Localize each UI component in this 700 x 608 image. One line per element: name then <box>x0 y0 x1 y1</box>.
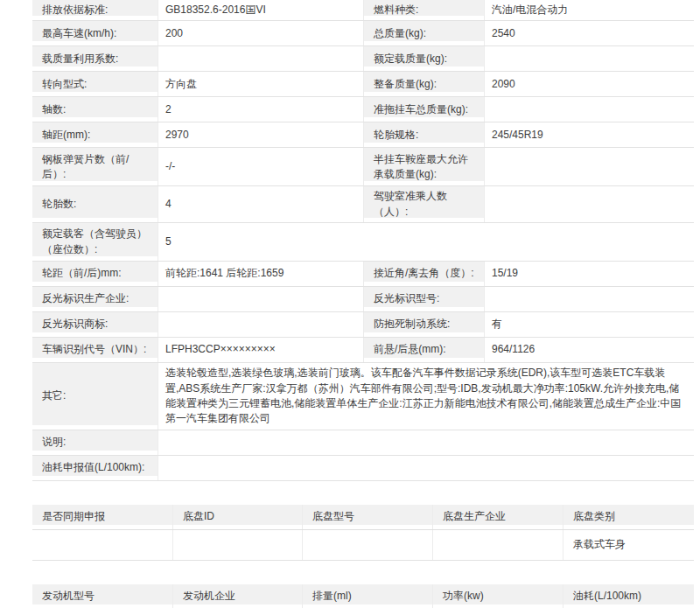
spec-label: 轴数: <box>32 97 158 122</box>
column-header: 底盘生产企业 <box>432 505 563 529</box>
table-row: 排放依据标准: GB18352.6-2016国VI 燃料种类: 汽油/电混合动力 <box>32 0 694 21</box>
spec-label: 燃料种类: <box>363 0 484 20</box>
spec-value <box>484 148 694 185</box>
table-row-other: 其它: 选装轮毂造型,选装绿色玻璃,选装前门玻璃。该车配备汽车事件数据记录系统(… <box>32 363 694 430</box>
spec-label: 其它: <box>32 363 158 430</box>
spec-label: 车辆识别代号（VIN）: <box>32 338 158 362</box>
table-row: 最高车速(km/h): 200 总质量(kg): 2540 <box>32 21 694 46</box>
table-cell <box>432 530 563 560</box>
spec-label: 半挂车鞍座最大允许承载质量(kg): <box>363 148 484 185</box>
spec-value <box>484 186 694 222</box>
spec-value: 2540 <box>484 21 694 45</box>
spec-label: 额定载客（含驾驶员）（座位数）: <box>32 223 158 261</box>
spec-table: 排放依据标准: GB18352.6-2016国VI 燃料种类: 汽油/电混合动力… <box>32 0 694 481</box>
spec-label: 反光标识商标: <box>32 312 158 337</box>
table-row: 额定载客（含驾驶员）（座位数）: 5 <box>32 223 694 262</box>
column-header: 底盘类别 <box>563 505 694 529</box>
spec-value <box>158 287 363 311</box>
spec-label: 载质量利用系数: <box>32 46 158 71</box>
engine-table: 发动机型号 发动机企业 排量(ml) 功率(kw) 油耗(L/100km) CA… <box>32 584 694 608</box>
spec-label: 说明: <box>32 430 158 455</box>
table-row: 反光标识商标: 防抱死制动系统: 有 <box>32 312 694 338</box>
column-header: 功率(kw) <box>432 584 563 608</box>
spec-value: 2090 <box>484 72 694 96</box>
spec-value: 245/45R19 <box>484 122 694 147</box>
spec-value: 方向盘 <box>158 72 363 96</box>
spec-value: 964/1126 <box>484 338 694 362</box>
spec-label: 额定载质量(kg): <box>363 46 484 71</box>
spec-label: 排放依据标准: <box>32 0 158 20</box>
chassis-table: 是否同期申报 底盘ID 底盘型号 底盘生产企业 底盘类别 承载式车身 <box>32 505 694 561</box>
spec-label: 准拖挂车总质量(kg): <box>363 97 484 122</box>
spec-value <box>158 430 694 455</box>
table-row: 钢板弹簧片数（前/后）: -/- 半挂车鞍座最大允许承载质量(kg): <box>32 148 694 186</box>
spec-label: 驾驶室准乘人数（人）: <box>363 186 484 222</box>
table-row: 轴数: 2 准拖挂车总质量(kg): <box>32 97 694 122</box>
spec-value: GB18352.6-2016国VI <box>158 0 363 20</box>
table-row: 轮距（前/后)mm: 前轮距:1641 后轮距:1659 接近角/离去角（度）:… <box>32 262 694 287</box>
column-header: 发动机企业 <box>172 584 302 608</box>
spec-value <box>158 456 694 480</box>
spec-value: -/- <box>158 148 363 185</box>
spec-value: 2970 <box>158 122 363 147</box>
spec-label: 转向型式: <box>32 72 158 96</box>
spec-label: 油耗申报值(L/100km): <box>32 456 158 480</box>
section-gap <box>32 481 700 505</box>
spec-label: 轴距(mm): <box>32 122 158 147</box>
spec-value: 汽油/电混合动力 <box>484 0 694 20</box>
spec-value: 前轮距:1641 后轮距:1659 <box>158 262 363 286</box>
chassis-header-row: 是否同期申报 底盘ID 底盘型号 底盘生产企业 底盘类别 <box>32 505 694 530</box>
spec-value <box>484 46 694 71</box>
column-header: 底盘ID <box>172 505 302 529</box>
spec-label: 轮距（前/后)mm: <box>32 262 158 286</box>
spec-label: 接近角/离去角（度）: <box>363 262 484 286</box>
spec-label: 轮胎规格: <box>363 122 484 147</box>
engine-header-row: 发动机型号 发动机企业 排量(ml) 功率(kw) 油耗(L/100km) <box>32 584 694 608</box>
spec-label: 钢板弹簧片数（前/后）: <box>32 148 158 185</box>
column-header: 是否同期申报 <box>32 505 172 529</box>
spec-label: 反光标识型号: <box>363 287 484 311</box>
table-row: 车辆识别代号（VIN）: LFPH3CCP××××××××× 前悬/后悬(mm)… <box>32 338 694 363</box>
table-cell <box>32 530 172 560</box>
table-cell: 承载式车身 <box>563 530 694 560</box>
spec-value: 2 <box>158 97 363 122</box>
spec-value: 有 <box>484 312 694 337</box>
column-header: 发动机型号 <box>32 584 172 608</box>
spec-label: 轮胎数: <box>32 186 158 222</box>
spec-label: 整备质量(kg): <box>363 72 484 96</box>
table-row: 转向型式: 方向盘 整备质量(kg): 2090 <box>32 72 694 97</box>
table-row: 轴距(mm): 2970 轮胎规格: 245/45R19 <box>32 122 694 148</box>
spec-value: LFPH3CCP××××××××× <box>158 338 363 362</box>
spec-label: 反光标识生产企业: <box>32 287 158 311</box>
table-cell <box>302 530 432 560</box>
spec-value <box>484 287 694 311</box>
spec-value <box>158 46 363 71</box>
table-row: 反光标识生产企业: 反光标识型号: <box>32 287 694 312</box>
spec-value <box>158 312 363 337</box>
spec-label: 前悬/后悬(mm): <box>363 338 484 362</box>
table-row: 说明: <box>32 430 694 456</box>
spec-value: 4 <box>158 186 363 222</box>
spec-value: 200 <box>158 21 363 45</box>
table-row: 载质量利用系数: 额定载质量(kg): <box>32 46 694 72</box>
spec-value <box>484 97 694 122</box>
spec-label: 最高车速(km/h): <box>32 21 158 45</box>
table-row: 轮胎数: 4 驾驶室准乘人数（人）: <box>32 186 694 223</box>
spec-value-other-text: 选装轮毂造型,选装绿色玻璃,选装前门玻璃。该车配备汽车事件数据记录系统(EDR)… <box>158 363 694 430</box>
spec-value: 15/19 <box>484 262 694 286</box>
column-header: 油耗(L/100km) <box>563 584 694 608</box>
table-row: 油耗申报值(L/100km): <box>32 456 694 481</box>
section-gap <box>32 561 700 584</box>
table-cell <box>172 530 302 560</box>
column-header: 底盘型号 <box>302 505 432 529</box>
spec-label: 总质量(kg): <box>363 21 484 45</box>
spec-value: 5 <box>158 223 694 261</box>
chassis-data-row: 承载式车身 <box>32 530 694 561</box>
column-header: 排量(ml) <box>302 584 432 608</box>
spec-label: 防抱死制动系统: <box>363 312 484 337</box>
page: 排放依据标准: GB18352.6-2016国VI 燃料种类: 汽油/电混合动力… <box>0 0 700 608</box>
